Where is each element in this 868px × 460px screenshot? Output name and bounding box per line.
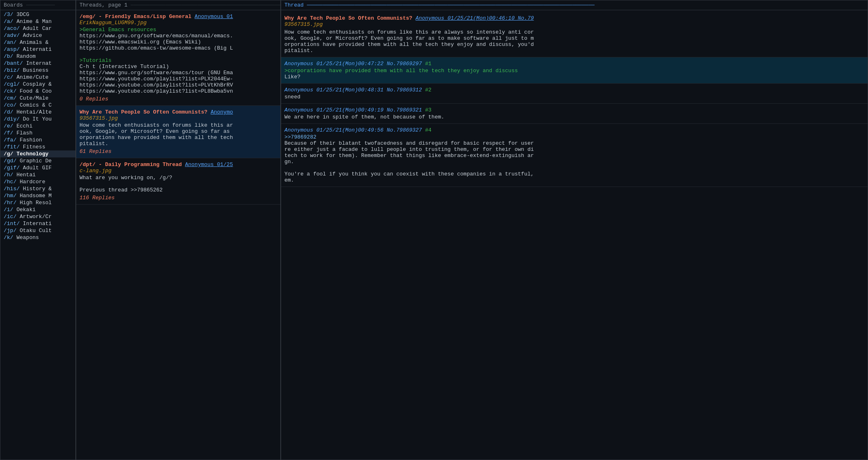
board-item-int[interactable]: /int/ Internati	[0, 220, 75, 227]
thread-entry-tech-communists[interactable]: Why Are Tech People So Often Communists?…	[76, 106, 280, 158]
reply-entry-r4: Anonymous 01/25/21(Mon)00:49:56 No.79869…	[281, 124, 868, 187]
thread-title-line: /emg/ - Friendly Emacs/Lisp General Anon…	[80, 14, 277, 20]
board-item-hc[interactable]: /hc/ Hardcore	[0, 178, 75, 185]
thread-body: >General Emacs resourceshttps://www.gnu.…	[80, 27, 277, 94]
thread-entry-dpt[interactable]: /dpt/ - Daily Programming Thread Anonymo…	[76, 158, 280, 205]
board-item-cm[interactable]: /cm/ Cute/Male	[0, 95, 75, 102]
threads-panel-header: Threads, page 1 ────────────────────────…	[76, 0, 280, 10]
threads-panel: Threads, page 1 ────────────────────────…	[76, 0, 281, 460]
board-item-his[interactable]: /his/ History &	[0, 185, 75, 192]
thread-entry-emg[interactable]: /emg/ - Friendly Emacs/Lisp General Anon…	[76, 10, 280, 106]
reply-body: We are here in spite of them, not becaus…	[284, 114, 864, 120]
board-item-k[interactable]: /k/ Weapons	[0, 234, 75, 241]
board-item-ic[interactable]: /ic/ Artwork/Cr	[0, 213, 75, 220]
board-item-f[interactable]: /f/ Flash	[0, 130, 75, 137]
boards-panel: Boards ───────── /3/ 3DCG/a/ Anime & Man…	[0, 0, 76, 460]
board-item-gd[interactable]: /gd/ Graphic De	[0, 157, 75, 164]
threads-title: Threads, page 1	[80, 2, 127, 8]
thread-title: Thread	[284, 2, 304, 8]
board-item-b[interactable]: /b/ Random	[0, 53, 75, 60]
board-item-fit[interactable]: /fit/ Fitness	[0, 143, 75, 150]
thread-file: ErikNaggum_LUGM99.jpg	[80, 20, 277, 26]
boards-panel-header: Boards ─────────	[0, 0, 75, 10]
board-item-gif[interactable]: /gif/ Adult GIF	[0, 164, 75, 171]
reply-entry-r1: Anonymous 01/25/21(Mon)00:47:22 No.79869…	[281, 57, 868, 84]
board-item-hm[interactable]: /hm/ Handsome M	[0, 192, 75, 199]
board-item-co[interactable]: /co/ Comics & C	[0, 102, 75, 109]
reply-body: >>79869282Because of their blatant twofa…	[284, 134, 864, 183]
board-item-ck[interactable]: /ck/ Food & Coo	[0, 88, 75, 95]
thread-panel: Thread ─────────────────────────────────…	[281, 0, 868, 460]
board-item-a[interactable]: /a/ Anime & Man	[0, 18, 75, 25]
boards-title: Boards	[4, 2, 23, 8]
reply-body: >corporations have provided them with al…	[284, 68, 864, 80]
op-title-line: Why Are Tech People So Often Communists?…	[284, 15, 864, 21]
reply-body: sneed	[284, 94, 864, 100]
thread-replies[interactable]: 116 Replies	[80, 195, 277, 201]
thread-body: How come tech enthusiasts on forums like…	[80, 122, 277, 147]
reply-entry-r2: Anonymous 01/25/21(Mon)00:48:31 No.79869…	[281, 84, 868, 104]
op-file: 93567315.jpg	[284, 21, 864, 27]
thread-content: Why Are Tech People So Often Communists?…	[281, 10, 868, 460]
thread-file: c-lang.jpg	[80, 168, 277, 174]
thread-replies[interactable]: 61 Replies	[80, 148, 277, 155]
op-body: How come tech enthusiasts on forums like…	[284, 29, 864, 54]
reply-meta-line: Anonymous 01/25/21(Mon)00:49:56 No.79869…	[284, 127, 864, 133]
board-item-e[interactable]: /e/ Ecchi	[0, 123, 75, 130]
board-item-biz[interactable]: /biz/ Business	[0, 67, 75, 74]
reply-meta-line: Anonymous 01/25/21(Mon)00:48:31 No.79869…	[284, 87, 864, 93]
threads-list: /emg/ - Friendly Emacs/Lisp General Anon…	[76, 10, 280, 460]
thread-panel-header: Thread ─────────────────────────────────…	[281, 0, 868, 10]
board-item-adv[interactable]: /adv/ Advice	[0, 32, 75, 39]
reply-meta-line: Anonymous 01/25/21(Mon)00:49:19 No.79869…	[284, 107, 864, 113]
board-item-hr[interactable]: /hr/ High Resol	[0, 199, 75, 206]
board-item-asp[interactable]: /asp/ Alternati	[0, 46, 75, 53]
thread-title-line: Why Are Tech People So Often Communists?…	[80, 109, 277, 115]
board-item-h[interactable]: /h/ Hentai	[0, 171, 75, 178]
thread-body: What are you working on, /g/?Previous th…	[80, 175, 277, 193]
thread-replies[interactable]: 0 Replies	[80, 96, 277, 102]
board-item-diy[interactable]: /diy/ Do It You	[0, 116, 75, 123]
thread-op: Why Are Tech People So Often Communists?…	[281, 12, 868, 57]
board-item-c[interactable]: /c/ Anime/Cute	[0, 74, 75, 81]
board-item-3[interactable]: /3/ 3DCG	[0, 11, 75, 18]
reply-entry-r3: Anonymous 01/25/21(Mon)00:49:19 No.79869…	[281, 104, 868, 124]
reply-meta-line: Anonymous 01/25/21(Mon)00:47:22 No.79869…	[284, 61, 864, 67]
boards-list: /3/ 3DCG/a/ Anime & Man/aco/ Adult Car/a…	[0, 10, 75, 460]
board-item-an[interactable]: /an/ Animals &	[0, 39, 75, 46]
board-item-d[interactable]: /d/ Hentai/Alte	[0, 109, 75, 116]
thread-file: 93567315.jpg	[80, 115, 277, 121]
board-item-i[interactable]: /i/ Oekaki	[0, 206, 75, 213]
board-item-g[interactable]: /g/ Technology	[0, 150, 75, 157]
board-item-bant[interactable]: /bant/ Internat	[0, 60, 75, 67]
thread-title-line: /dpt/ - Daily Programming Thread Anonymo…	[80, 162, 277, 168]
board-item-aco[interactable]: /aco/ Adult Car	[0, 25, 75, 32]
board-item-cgl[interactable]: /cgl/ Cosplay &	[0, 81, 75, 88]
board-item-fa[interactable]: /fa/ Fashion	[0, 137, 75, 143]
board-item-jp[interactable]: /jp/ Otaku Cult	[0, 227, 75, 234]
